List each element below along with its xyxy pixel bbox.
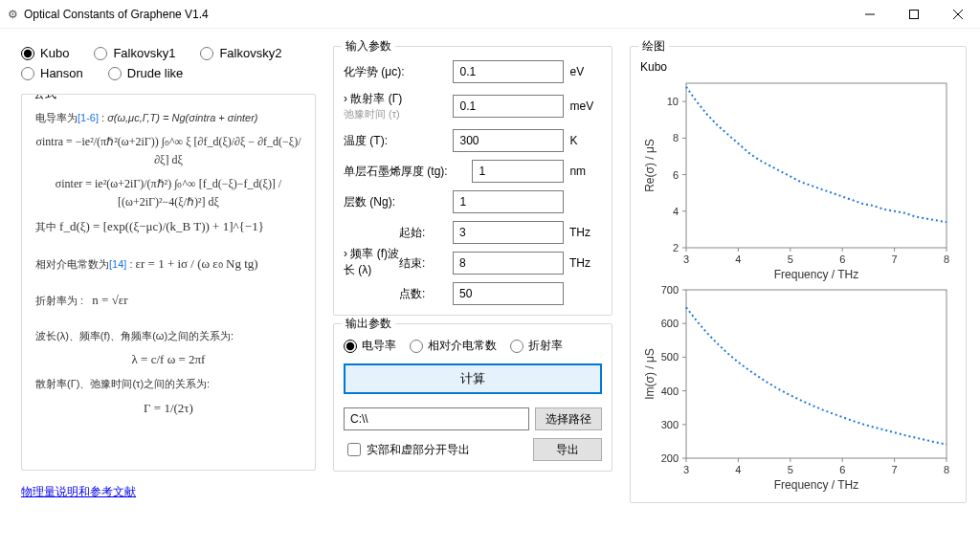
- formula-title: 公式: [30, 94, 60, 102]
- model-radio-group: Kubo Falkovsky1 Falkovsky2 Hanson Drude …: [21, 46, 316, 80]
- svg-text:Im(σ) / μS: Im(σ) / μS: [643, 348, 657, 400]
- svg-rect-1: [910, 10, 919, 18]
- mu-unit: eV: [569, 65, 602, 78]
- gamma-label[interactable]: › 散射率 (Γ)弛豫时间 (τ): [344, 91, 447, 121]
- radio-kubo[interactable]: Kubo: [21, 46, 69, 60]
- temp-unit: K: [569, 134, 602, 147]
- freq-start-input[interactable]: [453, 221, 564, 244]
- app-icon: ⚙: [8, 8, 18, 21]
- ng-input[interactable]: [453, 190, 564, 213]
- input-params-group: 输入参数 化学势 (μc): eV › 散射率 (Γ)弛豫时间 (τ) meV …: [333, 46, 612, 316]
- svg-text:600: 600: [661, 318, 679, 329]
- svg-text:700: 700: [661, 284, 679, 296]
- svg-text:7: 7: [892, 464, 898, 475]
- svg-text:4: 4: [735, 464, 741, 475]
- svg-text:6: 6: [839, 464, 845, 475]
- freq-end-unit: THz: [569, 256, 602, 270]
- freq-pts-label: 点数:: [399, 286, 447, 302]
- gamma-input[interactable]: [453, 95, 564, 118]
- window-buttons: [848, 0, 980, 29]
- svg-text:3: 3: [683, 253, 689, 265]
- tg-label: 单层石墨烯厚度 (tg):: [344, 164, 466, 180]
- split-checkbox[interactable]: 实部和虚部分开导出: [344, 442, 512, 458]
- export-button[interactable]: 导出: [533, 438, 602, 461]
- radio-drude[interactable]: Drude like: [108, 66, 184, 80]
- svg-text:8: 8: [673, 132, 679, 143]
- output-params-title: 输出参数: [342, 316, 395, 332]
- svg-text:300: 300: [661, 419, 679, 430]
- svg-text:6: 6: [839, 253, 845, 265]
- maximize-button[interactable]: [892, 0, 936, 29]
- chart-re-sigma: 345678246810Frequency / THzRe(σ) / μS: [640, 76, 956, 282]
- svg-text:7: 7: [892, 253, 898, 265]
- mu-input[interactable]: [453, 60, 564, 83]
- plot-title: 绘图: [638, 38, 669, 55]
- freq-start-label: 起始:: [399, 225, 447, 241]
- plot-model-name: Kubo: [640, 60, 956, 74]
- titlebar: ⚙ Optical Constants of Graphene V1.4: [0, 0, 980, 29]
- temp-label: 温度 (T):: [344, 133, 447, 149]
- svg-rect-29: [686, 290, 947, 458]
- svg-rect-4: [686, 83, 947, 248]
- browse-button[interactable]: 选择路径: [535, 407, 602, 430]
- freq-start-unit: THz: [569, 226, 602, 239]
- svg-text:5: 5: [788, 464, 793, 475]
- svg-text:Frequency / THz: Frequency / THz: [774, 268, 858, 281]
- reference-link[interactable]: 物理量说明和参考文献: [21, 484, 136, 500]
- mu-label: 化学势 (μc):: [344, 64, 447, 80]
- svg-text:4: 4: [735, 253, 741, 265]
- svg-text:8: 8: [944, 464, 949, 475]
- tg-unit: nm: [569, 165, 602, 178]
- svg-text:3: 3: [683, 464, 689, 475]
- radio-permittivity[interactable]: 相对介电常数: [410, 338, 497, 354]
- radio-falkovsky2[interactable]: Falkovsky2: [200, 46, 281, 60]
- calculate-button[interactable]: 计算: [344, 363, 602, 394]
- gamma-unit: meV: [569, 99, 602, 113]
- freq-end-input[interactable]: [453, 252, 564, 275]
- tg-input[interactable]: [472, 160, 564, 183]
- freq-pts-input[interactable]: [453, 282, 564, 305]
- svg-text:6: 6: [673, 169, 679, 181]
- output-params-group: 输出参数 电导率 相对介电常数 折射率 计算 选择路径 实部和虚部分开导出 导出: [333, 323, 612, 472]
- radio-conductivity[interactable]: 电导率: [344, 338, 396, 354]
- temp-input[interactable]: [453, 129, 564, 152]
- svg-text:200: 200: [661, 452, 679, 464]
- close-button[interactable]: [936, 0, 980, 29]
- svg-text:10: 10: [667, 96, 679, 107]
- svg-text:500: 500: [661, 351, 679, 363]
- svg-text:400: 400: [661, 385, 679, 397]
- radio-index[interactable]: 折射率: [510, 338, 563, 354]
- svg-text:Frequency / THz: Frequency / THz: [774, 478, 858, 492]
- svg-text:2: 2: [673, 242, 679, 253]
- svg-text:Re(σ) / μS: Re(σ) / μS: [643, 139, 657, 192]
- path-input[interactable]: [344, 407, 529, 430]
- window-title: Optical Constants of Graphene V1.4: [24, 8, 848, 21]
- freq-label[interactable]: › 频率 (f)波长 (λ): [344, 221, 399, 305]
- svg-text:5: 5: [788, 253, 793, 265]
- output-radio-group: 电导率 相对介电常数 折射率: [344, 338, 602, 354]
- ng-label: 层数 (Ng):: [344, 194, 447, 210]
- freq-end-label: 结束:: [399, 255, 447, 272]
- input-params-title: 输入参数: [342, 38, 395, 55]
- radio-hanson[interactable]: Hanson: [21, 66, 83, 80]
- svg-text:4: 4: [673, 206, 679, 217]
- formula-group: 公式 电导率为[1-6] : σ(ω,μc,Γ,T) = Ng(σintra +…: [21, 94, 316, 471]
- chart-im-sigma: 345678200300400500600700Frequency / THzI…: [640, 282, 956, 493]
- formula-content: 电导率为[1-6] : σ(ω,μc,Γ,T) = Ng(σintra + σi…: [32, 108, 305, 426]
- radio-falkovsky1[interactable]: Falkovsky1: [94, 46, 175, 60]
- minimize-button[interactable]: [848, 0, 892, 29]
- plot-group: 绘图 Kubo 345678246810Frequency / THzRe(σ)…: [630, 46, 967, 503]
- svg-text:8: 8: [944, 253, 949, 265]
